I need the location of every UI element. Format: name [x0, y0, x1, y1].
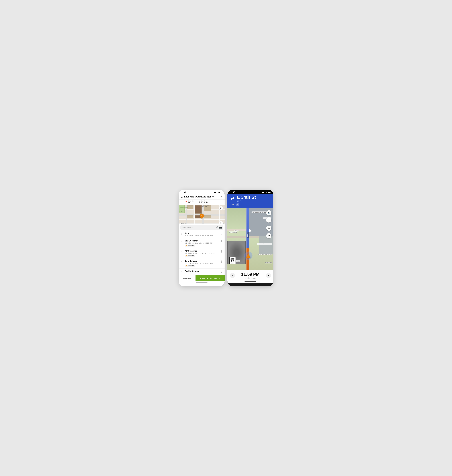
stops-value: 15 — [188, 202, 190, 204]
building-right-bottom — [259, 236, 273, 254]
stop-more-4[interactable]: ⋮ — [220, 270, 223, 273]
stops-label: Stops Count — [188, 200, 195, 202]
bank-label: Bank of America — [229, 231, 237, 233]
nav-close-button[interactable]: ✕ — [266, 273, 271, 278]
map-area[interactable]: SIXTH Campus Education ● Greeley Square … — [179, 205, 225, 231]
wifi-icon: ▾ — [216, 191, 217, 193]
left-phone: 11:43 ▾ 6 ☰ Last-Mile Optimized Route ✕ — [179, 190, 225, 286]
stop-info-new-customer: New Customer 222 E 34th St, New York, NY… — [185, 240, 219, 247]
nav-then-row: Then ⚙ — [229, 203, 272, 206]
stop-more-2[interactable]: ⋮ — [220, 250, 223, 253]
plan-route-button[interactable]: HOLD TO PLAN ROUTE — [195, 275, 225, 281]
delivery-truck-icon-2: 🚚 — [186, 255, 187, 256]
speed-mph-label: MPH — [231, 262, 234, 264]
stop-addr-start: 20 W 34th St., New York, NY 10118, USA — [185, 235, 219, 236]
right-wifi-icon: ▾ — [264, 191, 265, 193]
turn-indicator-arrow — [249, 229, 252, 233]
stop-info-vip-customer: VIP Customer 405 Lexington Ave, New York… — [185, 250, 219, 257]
left-status-icons: ▾ 6 — [214, 191, 222, 193]
settings-button[interactable]: SETTINGS — [179, 275, 195, 281]
svg-marker-1 — [268, 220, 269, 221]
close-button[interactable]: ✕ — [221, 195, 223, 198]
stop-more-1[interactable]: ⋮ — [220, 240, 223, 243]
nav-arrival-time: 11:59 PM — [236, 272, 264, 277]
right-phone: 11:49 ▾ 58 — [227, 190, 273, 286]
location-button[interactable]: ◎ — [266, 226, 272, 231]
stops-list: ⌂ Start 20 W 34th St., New York, NY 1011… — [179, 231, 225, 275]
nav-arrow-direction — [246, 254, 251, 258]
stop-item-new-customer: ≡ New Customer 222 E 34th St, New York, … — [179, 238, 225, 248]
stops-count-item: 📍 Stops Count 15 — [185, 200, 195, 204]
stop-item-daily-delivery: ≡ Daily Delivery 125 E 54th St, New York… — [179, 258, 225, 268]
map-label-sixth: SIXTH — [179, 211, 183, 212]
stop-name-vip-customer: VIP Customer — [185, 250, 219, 252]
chipotle-label: Chipotle — [234, 230, 239, 231]
nav-direction-row: E 34th St 0.1 mi — [229, 195, 272, 202]
right-map-area[interactable]: 8th Ave W 34th New York Penn Station Pea… — [227, 208, 273, 270]
home-icon-pin: ⌂ — [201, 215, 202, 217]
map-label-campus: Campus Education — [180, 207, 188, 208]
nav-position-circle — [244, 251, 253, 260]
clock-icon: ⏱ — [199, 201, 200, 203]
right-battery-num: 58 — [266, 191, 267, 193]
drag-icon-4[interactable]: ≡ — [180, 270, 183, 273]
search-bar[interactable]: Enter Address 🎤 📷 — [180, 225, 223, 230]
menu-icon[interactable]: ☰ — [180, 195, 183, 198]
compass-button-right[interactable] — [266, 217, 272, 222]
nav-time-info: 11:59 PM 10 min • 1.1 mi — [236, 272, 264, 279]
home-pin: ⌂ — [200, 214, 204, 218]
stop-name-start: Start — [185, 232, 219, 235]
turn-arrow-icon — [229, 196, 235, 202]
nav-trip-info: 10 min • 1.1 mi — [236, 277, 264, 279]
delivery-truck-icon-3: 🚚 — [186, 265, 187, 267]
drag-icon-2[interactable]: ≡ — [180, 250, 183, 253]
stop-info-start: Start 20 W 34th St., New York, NY 10118,… — [185, 232, 219, 236]
map-label-empire: EMPIRE STATEBUILDING — [202, 205, 210, 207]
stop-badge-daily-delivery: 🚚 DELIVERY — [185, 265, 195, 267]
left-time: 11:43 — [181, 191, 186, 193]
microphone-icon[interactable]: 🎤 — [216, 226, 218, 229]
stop-item-vip-customer: ≡ VIP Customer 405 Lexington Ave, New Yo… — [179, 248, 225, 258]
settings-button-map[interactable]: ⚙ — [266, 233, 272, 238]
expand-button[interactable]: ∧ — [230, 273, 235, 278]
nav-then-settings-icon[interactable]: ⚙ — [236, 203, 239, 206]
speed-limit-label: SPEEDLIMIT — [231, 258, 235, 260]
stop-addr-daily-delivery: 125 E 54th St, New York, NY 10022, USA — [185, 262, 219, 264]
right-signal-bars-icon — [262, 192, 264, 193]
stop-more-start[interactable]: ⋮ — [220, 232, 223, 235]
nav-distance: 0.1 mi — [237, 200, 256, 202]
right-status-bar: 11:49 ▾ 58 — [227, 190, 273, 194]
compass-button[interactable]: ⊕ — [219, 206, 223, 210]
stop-item-weekly-delivery: ≡ Weekly Delivery ⋮ — [179, 268, 225, 275]
stop-info-daily-delivery: Daily Delivery 125 E 54th St, New York, … — [185, 260, 219, 267]
right-turn-svg — [230, 196, 235, 201]
camera-icon[interactable]: 📷 — [219, 226, 222, 229]
right-home-indicator — [227, 280, 273, 283]
search-bar-overlay: Enter Address 🎤 📷 — [179, 224, 225, 231]
route-header: ☰ Last-Mile Optimized Route ✕ — [179, 194, 225, 200]
right-status-icons: ▾ 58 — [262, 191, 271, 193]
home-indicator — [179, 281, 225, 284]
stop-more-3[interactable]: ⋮ — [220, 260, 223, 263]
nav-header: E 34th St 0.1 mi Then ⚙ — [227, 194, 273, 208]
compass-svg — [267, 219, 270, 221]
drag-icon-3[interactable]: ≡ — [180, 260, 183, 263]
right-battery-icon — [268, 192, 271, 193]
drag-icon-1[interactable]: ≡ — [180, 240, 183, 242]
stop-item-start: ⌂ Start 20 W 34th St., New York, NY 1011… — [179, 231, 225, 238]
right-time: 11:49 — [230, 191, 235, 193]
route-title: Last-Mile Optimized Route — [184, 195, 221, 198]
route-meta: 📍 Stops Count 15 ⏱ Start Time 10:15 AM — [179, 200, 225, 205]
battery-icon — [219, 192, 222, 193]
delivery-truck-icon-1: 🚚 — [186, 245, 187, 246]
route-line-blue — [246, 208, 249, 248]
stop-info-weekly-delivery: Weekly Delivery — [185, 270, 219, 272]
stop-addr-vip-customer: 405 Lexington Ave, New York, NY 10174, U… — [185, 252, 219, 254]
speed-limit-value: 25 — [231, 260, 234, 262]
phones-container: 11:43 ▾ 6 ☰ Last-Mile Optimized Route ✕ — [179, 190, 273, 286]
stop-badge-new-customer: 🚚 DELIVERY — [185, 245, 195, 247]
start-time-label: Start Time — [201, 200, 208, 202]
start-time-item: ⏱ Start Time 10:15 AM — [199, 200, 208, 204]
atm-label: ATM / Jessie's Express Cafe — [258, 254, 272, 255]
audio-button[interactable]: 🔊 — [266, 210, 272, 215]
